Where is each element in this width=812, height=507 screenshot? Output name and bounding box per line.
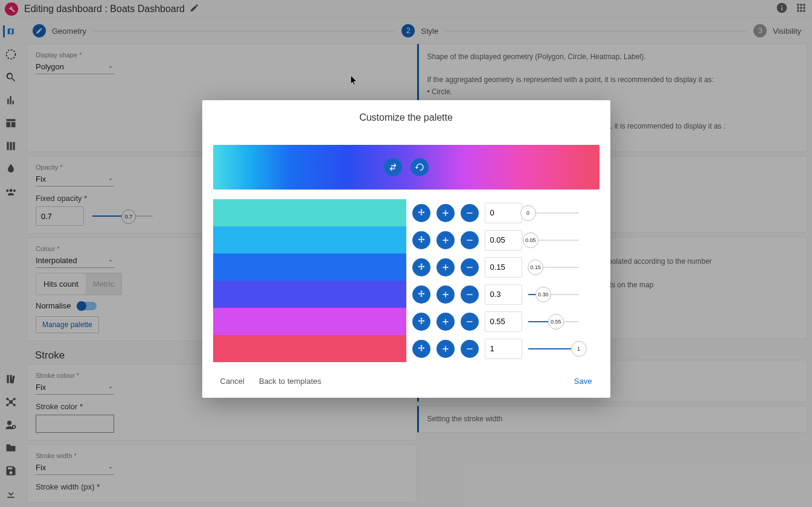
cancel-button[interactable]: Cancel: [213, 373, 252, 389]
stop-slider[interactable]: 0: [528, 212, 579, 214]
add-stop-button[interactable]: [436, 204, 455, 222]
remove-stop-button[interactable]: [461, 340, 479, 358]
gradient-preview: [213, 145, 599, 190]
add-stop-button[interactable]: [436, 258, 455, 276]
palette-swatch[interactable]: [213, 308, 406, 335]
add-stop-button[interactable]: [436, 231, 455, 249]
palette-row: 0.15: [213, 253, 599, 281]
move-stop-button[interactable]: [412, 231, 430, 249]
palette-row: 1: [213, 335, 599, 362]
palette-row: 0: [213, 199, 599, 226]
move-stop-button[interactable]: [412, 340, 430, 358]
remove-stop-button[interactable]: [461, 204, 479, 222]
palette-row: 0.30: [213, 281, 599, 308]
palette-swatch[interactable]: [213, 226, 406, 253]
palette-swatch[interactable]: [213, 253, 406, 281]
remove-stop-button[interactable]: [461, 285, 479, 304]
move-stop-button[interactable]: [412, 204, 430, 222]
stop-slider[interactable]: 0.55: [528, 321, 579, 322]
save-button[interactable]: Save: [567, 373, 599, 389]
move-stop-button[interactable]: [412, 258, 430, 276]
palette-row: 0.55: [213, 308, 599, 335]
add-stop-button[interactable]: [436, 340, 455, 358]
reverse-palette-button[interactable]: [384, 158, 402, 176]
stop-slider[interactable]: 0.05: [528, 240, 579, 241]
move-stop-button[interactable]: [412, 285, 430, 304]
remove-stop-button[interactable]: [461, 231, 479, 249]
move-stop-button[interactable]: [412, 313, 430, 331]
remove-stop-button[interactable]: [461, 258, 479, 276]
modal-title: Customize the palette: [213, 112, 599, 123]
add-stop-button[interactable]: [436, 313, 455, 331]
reset-palette-button[interactable]: [411, 158, 429, 176]
add-stop-button[interactable]: [436, 285, 455, 304]
back-templates-button[interactable]: Back to templates: [252, 373, 328, 389]
stop-slider[interactable]: 0.30: [528, 294, 579, 295]
remove-stop-button[interactable]: [461, 313, 479, 331]
stop-value-input[interactable]: [485, 339, 522, 359]
stop-value-input[interactable]: [485, 311, 522, 332]
palette-swatch[interactable]: [213, 335, 406, 362]
palette-swatch[interactable]: [213, 199, 406, 226]
palette-modal: Customize the palette 0 0.05 0.1: [202, 100, 610, 398]
palette-row: 0.05: [213, 226, 599, 253]
stop-value-input[interactable]: [485, 203, 522, 223]
stop-value-input[interactable]: [485, 230, 522, 250]
palette-swatch[interactable]: [213, 281, 406, 308]
stop-value-input[interactable]: [485, 257, 522, 278]
stop-value-input[interactable]: [485, 284, 522, 305]
modal-overlay[interactable]: Customize the palette 0 0.05 0.1: [0, 0, 812, 507]
stop-slider[interactable]: 0.15: [528, 267, 579, 268]
stop-slider[interactable]: 1: [528, 348, 579, 349]
